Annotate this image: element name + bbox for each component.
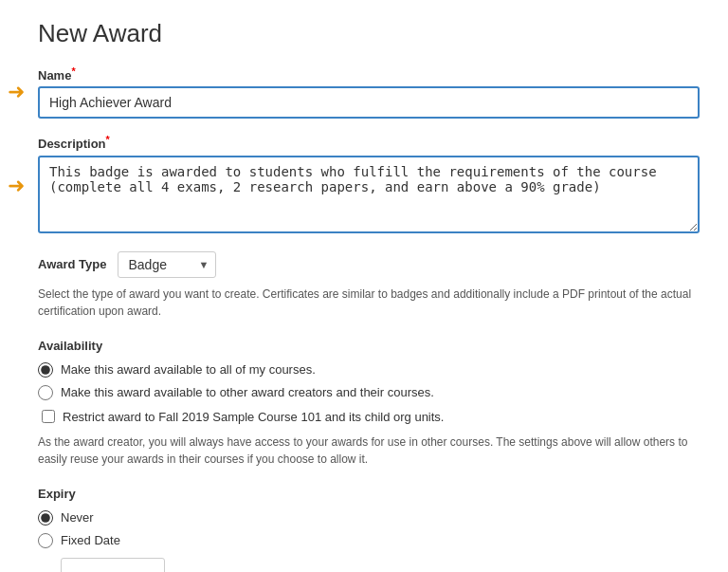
expiry-radio-fixed[interactable]	[38, 533, 53, 548]
expiry-title: Expiry	[38, 487, 700, 501]
expiry-option-never[interactable]: Never	[38, 510, 700, 526]
availability-note: As the award creator, you will always ha…	[38, 434, 700, 468]
name-label: Name*	[38, 65, 700, 83]
award-type-select-wrapper: Badge Certificate ▼	[118, 251, 216, 278]
availability-radio-other[interactable]	[38, 385, 53, 400]
desc-label: Description*	[38, 134, 700, 151]
availability-option-all[interactable]: Make this award available to all of my c…	[38, 362, 700, 378]
award-type-select[interactable]: Badge Certificate	[118, 251, 216, 278]
restrict-checkbox[interactable]	[42, 410, 55, 423]
availability-checkbox-restrict[interactable]: Restrict award to Fall 2019 Sample Cours…	[38, 410, 700, 424]
expiry-radio-group: Never Fixed Date	[38, 510, 700, 548]
expiry-option-fixed[interactable]: Fixed Date	[38, 533, 700, 548]
award-type-label: Award Type	[38, 257, 106, 271]
name-input[interactable]	[38, 86, 700, 119]
availability-option-other[interactable]: Make this award available to other award…	[38, 385, 700, 400]
fixed-date-input[interactable]	[61, 558, 165, 572]
award-type-help: Select the type of award you want to cre…	[38, 286, 700, 320]
desc-input[interactable]: This badge is awarded to students who fu…	[38, 156, 700, 233]
availability-title: Availability	[38, 339, 700, 353]
page-title: New Award	[38, 19, 700, 48]
availability-radio-all[interactable]	[38, 362, 53, 378]
name-arrow-indicator: ➜	[8, 82, 25, 102]
desc-arrow-indicator: ➜	[8, 175, 25, 196]
availability-radio-group: Make this award available to all of my c…	[38, 362, 700, 400]
expiry-radio-never[interactable]	[38, 510, 53, 526]
